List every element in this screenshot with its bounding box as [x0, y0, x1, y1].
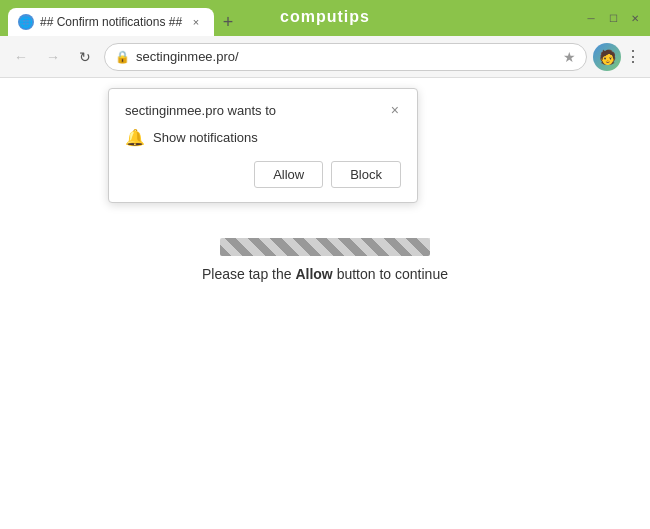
allow-button[interactable]: Allow	[254, 161, 323, 188]
tab-label: ## Confirm notifications ##	[40, 15, 182, 29]
tab-area: ## Confirm notifications ## × +	[8, 0, 572, 36]
nav-right-controls: 🧑 ⋮	[593, 43, 642, 71]
window-controls: ─ ☐ ✕	[584, 11, 642, 25]
main-body: Please tap the Allow button to continue	[202, 238, 448, 282]
menu-icon[interactable]: ⋮	[625, 47, 642, 66]
block-button[interactable]: Block	[331, 161, 401, 188]
active-tab[interactable]: ## Confirm notifications ## ×	[8, 8, 214, 36]
lock-icon: 🔒	[115, 50, 130, 64]
notification-label: Show notifications	[153, 130, 258, 145]
page-content: sectinginmee.pro wants to × 🔔 Show notif…	[0, 78, 650, 529]
popup-title: sectinginmee.pro wants to	[125, 103, 276, 118]
bell-icon: 🔔	[125, 128, 145, 147]
popup-close-button[interactable]: ×	[389, 103, 401, 117]
user-avatar[interactable]: 🧑	[593, 43, 621, 71]
maximize-button[interactable]: ☐	[606, 11, 620, 25]
title-bar: ## Confirm notifications ## × + computip…	[0, 0, 650, 36]
tab-close-icon[interactable]: ×	[188, 14, 204, 30]
main-body-text: Please tap the Allow button to continue	[202, 266, 448, 282]
minimize-button[interactable]: ─	[584, 11, 598, 25]
popup-header: sectinginmee.pro wants to ×	[125, 103, 401, 118]
nav-bar: ← → ↻ 🔒 sectinginmee.pro/ ★ 🧑 ⋮	[0, 36, 650, 78]
tab-favicon-icon	[18, 14, 34, 30]
address-text: sectinginmee.pro/	[136, 49, 557, 64]
popup-buttons: Allow Block	[125, 161, 401, 188]
notification-popup: sectinginmee.pro wants to × 🔔 Show notif…	[108, 88, 418, 203]
back-button[interactable]: ←	[8, 44, 34, 70]
address-bar[interactable]: 🔒 sectinginmee.pro/ ★	[104, 43, 587, 71]
bookmark-star-icon[interactable]: ★	[563, 49, 576, 65]
close-button[interactable]: ✕	[628, 11, 642, 25]
popup-notification-row: 🔔 Show notifications	[125, 128, 401, 147]
new-tab-button[interactable]: +	[214, 8, 242, 36]
refresh-button[interactable]: ↻	[72, 44, 98, 70]
forward-button[interactable]: →	[40, 44, 66, 70]
progress-bar	[220, 238, 430, 256]
